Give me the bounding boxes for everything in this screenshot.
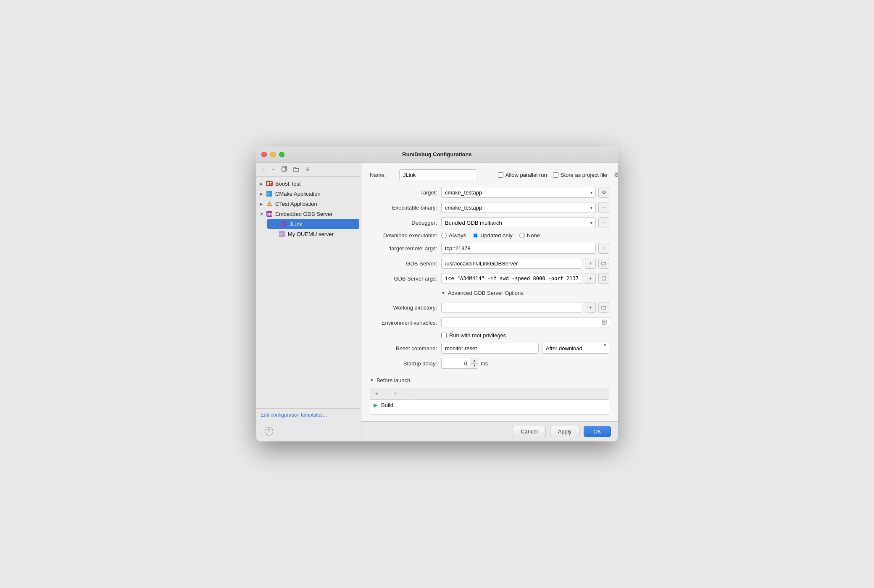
ctest-app-icon: A bbox=[266, 200, 273, 207]
startup-delay-control: ▲ ▼ ms bbox=[441, 358, 609, 369]
gdb-server-args-row: GDB Server args: + bbox=[370, 273, 609, 284]
apply-button[interactable]: Apply bbox=[550, 426, 580, 437]
remove-config-button[interactable]: − bbox=[270, 165, 277, 174]
advanced-section-label: Advanced GDB Server Options bbox=[448, 290, 524, 296]
sidebar-item-ctest-app[interactable]: ▶ A CTest Application bbox=[256, 199, 361, 209]
root-privileges-checkbox[interactable]: Run with root privileges bbox=[441, 332, 506, 339]
download-always-label: Always bbox=[449, 232, 466, 239]
svg-text:JL: JL bbox=[281, 223, 284, 226]
svg-text:GDB: GDB bbox=[267, 213, 272, 216]
name-input[interactable] bbox=[399, 169, 477, 180]
before-launch-build-item[interactable]: ▶ Build bbox=[370, 400, 609, 410]
gdb-server-folder-button[interactable] bbox=[598, 258, 609, 269]
allow-parallel-run-checkbox[interactable]: Allow parallel run bbox=[498, 172, 547, 178]
name-label: Name: bbox=[370, 172, 395, 178]
debugger-more-button[interactable]: ··· bbox=[598, 217, 609, 228]
edit-templates-link[interactable]: Edit configuration templates... bbox=[256, 408, 361, 421]
reset-command-input[interactable] bbox=[441, 343, 539, 354]
startup-row: ▲ ▼ ms bbox=[441, 358, 488, 369]
gdb-server-args-expand-button[interactable] bbox=[598, 273, 609, 284]
before-launch-build-label: Build bbox=[381, 402, 393, 408]
before-launch-toggle[interactable]: ▼ Before launch bbox=[370, 375, 609, 385]
maximize-button[interactable] bbox=[279, 152, 284, 157]
minimize-button[interactable] bbox=[270, 152, 276, 157]
startup-delay-input[interactable] bbox=[441, 358, 471, 369]
reset-command-label: Reset command: bbox=[370, 345, 437, 352]
advanced-section-row: ▼ Advanced GDB Server Options bbox=[370, 288, 609, 298]
tree-arrow-boost: ▶ bbox=[260, 181, 266, 186]
download-always-option[interactable]: Always bbox=[441, 232, 466, 239]
exec-binary-more-button[interactable]: ··· bbox=[598, 202, 609, 213]
before-launch-add-button[interactable]: + bbox=[374, 390, 380, 398]
download-updated-only-option[interactable]: Updated only bbox=[473, 232, 513, 239]
help-button[interactable]: ? bbox=[265, 427, 273, 436]
download-none-label: None bbox=[527, 232, 540, 239]
sidebar-item-cmake-app[interactable]: ▶ C CMake Application bbox=[256, 189, 361, 199]
gear-button[interactable]: ⚙ bbox=[613, 171, 618, 179]
before-launch-edit-button[interactable]: ✎ bbox=[392, 390, 400, 398]
ok-button[interactable]: OK bbox=[584, 426, 611, 437]
gdb-server-control: + bbox=[441, 258, 609, 269]
target-remote-args-add-button[interactable]: + bbox=[598, 243, 609, 254]
copy-config-button[interactable] bbox=[280, 165, 289, 174]
tree-arrow-ctest: ▶ bbox=[260, 202, 266, 206]
before-launch-arrow: ▼ bbox=[370, 378, 374, 383]
working-dir-add-button[interactable]: + bbox=[585, 302, 596, 313]
gdb-server-row: GDB Server: + bbox=[370, 258, 609, 269]
boost-test-icon: BT bbox=[266, 180, 273, 187]
gdb-server-args-add-button[interactable]: + bbox=[585, 273, 596, 284]
working-dir-folder-button[interactable] bbox=[598, 302, 609, 313]
startup-delay-up[interactable]: ▲ bbox=[471, 358, 478, 364]
gdb-server-add-button[interactable]: + bbox=[585, 258, 596, 269]
gdb-server-input[interactable] bbox=[441, 258, 582, 269]
sidebar-item-boost-test[interactable]: ▶ BT Boost.Test bbox=[256, 178, 361, 189]
tree-arrow-gdb: ▼ bbox=[260, 212, 266, 216]
gdb-server-group: ▼ GDB Embedded GDB Server bbox=[256, 209, 361, 239]
advanced-section-toggle[interactable]: ▼ Advanced GDB Server Options bbox=[441, 288, 524, 298]
store-as-project-file-checkbox[interactable]: Store as project file bbox=[553, 172, 607, 178]
download-always-radio[interactable] bbox=[441, 233, 447, 238]
titlebar: Run/Debug Configurations bbox=[256, 147, 618, 163]
working-dir-row: Working directory: + bbox=[370, 302, 609, 313]
before-launch-move-down-button[interactable]: ↓ bbox=[411, 390, 417, 398]
sort-config-button[interactable] bbox=[303, 165, 312, 174]
sidebar-toolbar: + − bbox=[256, 163, 361, 177]
before-launch-label: Before launch bbox=[376, 377, 410, 383]
add-config-button[interactable]: + bbox=[261, 165, 268, 174]
gdb-server-args-input[interactable] bbox=[441, 273, 582, 284]
advanced-section-arrow: ▼ bbox=[441, 291, 445, 295]
svg-text:C: C bbox=[267, 192, 270, 196]
store-as-project-file-input[interactable] bbox=[553, 172, 558, 178]
before-launch-list: ▶ Build bbox=[370, 399, 609, 415]
close-button[interactable] bbox=[261, 152, 267, 157]
startup-delay-down[interactable]: ▼ bbox=[471, 364, 478, 369]
folder-config-button[interactable] bbox=[292, 165, 301, 174]
header-row: Name: Allow parallel run Store as projec… bbox=[370, 169, 609, 180]
tree-arrow-cmake: ▶ bbox=[260, 192, 266, 196]
advanced-section-header: ▼ Advanced GDB Server Options bbox=[441, 288, 609, 298]
sidebar-item-gdb-server[interactable]: ▼ GDB Embedded GDB Server bbox=[256, 209, 361, 219]
dialog-run-debug-configurations: Run/Debug Configurations + − bbox=[256, 147, 618, 441]
before-launch-move-up-button[interactable]: ↑ bbox=[402, 390, 408, 398]
sidebar-item-quemu[interactable]: QE My QUEMU server bbox=[266, 229, 361, 239]
root-privileges-input[interactable] bbox=[441, 333, 447, 338]
form-section: Target: cmake_testapp ▾ ⚙ bbox=[370, 187, 609, 369]
debugger-dropdown[interactable]: Bundled GDB multiarch bbox=[441, 217, 596, 228]
cancel-button[interactable]: Cancel bbox=[513, 426, 545, 437]
exec-binary-dropdown[interactable]: cmake_testapp bbox=[441, 202, 596, 213]
target-dropdown[interactable]: cmake_testapp bbox=[441, 187, 596, 198]
download-none-radio[interactable] bbox=[519, 233, 525, 238]
target-remote-args-input[interactable] bbox=[441, 243, 596, 254]
download-none-option[interactable]: None bbox=[519, 232, 540, 239]
allow-parallel-run-input[interactable] bbox=[498, 172, 503, 178]
env-vars-input[interactable] bbox=[441, 317, 609, 328]
env-vars-label: Environment variables: bbox=[370, 320, 437, 326]
env-vars-edit-button[interactable] bbox=[601, 319, 608, 327]
target-settings-button[interactable]: ⚙ bbox=[598, 187, 609, 198]
download-updated-radio[interactable] bbox=[473, 233, 478, 238]
gdb-server-args-control: + bbox=[441, 273, 609, 284]
before-launch-remove-button[interactable]: − bbox=[383, 390, 390, 398]
sidebar-item-jlink[interactable]: JL JLink bbox=[267, 219, 359, 229]
after-download-dropdown[interactable]: After download bbox=[542, 343, 609, 354]
working-dir-input[interactable] bbox=[441, 302, 582, 313]
